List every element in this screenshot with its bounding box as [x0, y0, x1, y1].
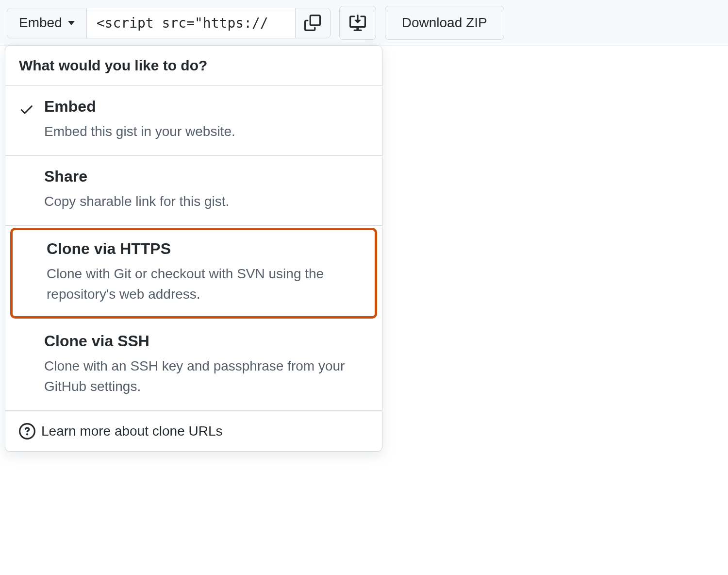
item-content: Clone via SSH Clone with an SSH key and … [44, 332, 368, 397]
embed-dropdown-button[interactable]: Embed [7, 8, 86, 38]
check-column [19, 332, 44, 336]
item-title: Embed [44, 98, 368, 116]
dropdown-item-clone-https[interactable]: Clone via HTTPS Clone with Git or checko… [10, 228, 377, 319]
embed-group: Embed [7, 8, 331, 38]
dropdown-footer-link[interactable]: Learn more about clone URLs [5, 411, 382, 451]
question-icon [19, 423, 35, 440]
download-zip-label: Download ZIP [402, 15, 487, 31]
dropdown-item-share[interactable]: Share Copy sharable link for this gist. [5, 156, 382, 226]
caret-down-icon [68, 21, 75, 25]
embed-dropdown-label: Embed [19, 15, 62, 31]
download-zip-button[interactable]: Download ZIP [385, 6, 504, 40]
item-desc: Clone with an SSH key and passphrase fro… [44, 356, 368, 397]
embed-url-input[interactable] [86, 8, 295, 38]
toolbar: Embed Download ZIP [0, 0, 728, 46]
item-content: Share Copy sharable link for this gist. [44, 168, 368, 212]
desktop-download-button[interactable] [339, 6, 376, 40]
item-desc: Copy sharable link for this gist. [44, 191, 368, 212]
dropdown-item-embed[interactable]: Embed Embed this gist in your website. [5, 86, 382, 156]
copy-icon [304, 15, 321, 31]
item-desc: Embed this gist in your website. [44, 121, 368, 142]
embed-dropdown-menu: What would you like to do? Embed Embed t… [5, 45, 382, 452]
check-column [19, 98, 44, 117]
item-content: Embed Embed this gist in your website. [44, 98, 368, 142]
check-icon [19, 101, 34, 117]
item-title: Clone via SSH [44, 332, 368, 350]
check-column [19, 168, 44, 171]
dropdown-header: What would you like to do? [5, 46, 382, 86]
item-title: Clone via HTTPS [47, 240, 366, 258]
desktop-download-icon [349, 15, 366, 31]
footer-text: Learn more about clone URLs [41, 423, 223, 439]
check-column [21, 240, 47, 244]
copy-button[interactable] [295, 8, 330, 38]
item-title: Share [44, 168, 368, 186]
item-content: Clone via HTTPS Clone with Git or checko… [47, 240, 366, 304]
item-desc: Clone with Git or checkout with SVN usin… [47, 264, 366, 304]
dropdown-item-clone-ssh[interactable]: Clone via SSH Clone with an SSH key and … [5, 321, 382, 411]
